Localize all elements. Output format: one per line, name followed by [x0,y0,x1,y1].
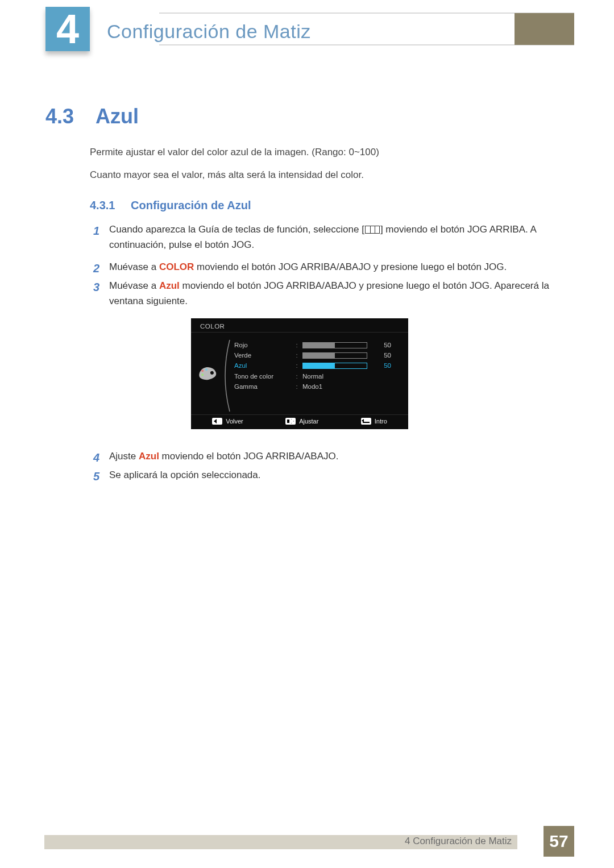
step-3-pre: Muévase a [109,280,159,291]
osd-footer-enter-label: Intro [375,418,387,425]
step-3: 3 Muévase a Azul moviendo el botón JOG A… [93,278,563,309]
osd-value-gamma: Modo1 [302,383,322,390]
colon: : [294,383,299,390]
adjust-key-icon [285,418,296,425]
step-1-text: Cuando aparezca la Guía de teclas de fun… [109,222,563,252]
osd-label-verde: Verde [234,352,291,359]
osd-value-rojo: 50 [375,342,391,348]
step-5-text: Se aplicará la opción seleccionada. [109,467,563,483]
osd-screenshot: COLOR Rojo : 50 Verde : 50 Azul : [191,318,408,429]
step-2-pre: Muévase a [109,261,159,272]
step-number: 3 [93,278,108,296]
osd-slider-rojo [302,342,367,348]
osd-menu-rows: Rojo : 50 Verde : 50 Azul : 50 Tono de c… [234,340,398,392]
osd-divider [191,414,408,415]
chapter-number-badge: 4 [45,7,90,51]
osd-label-gamma: Gamma [234,383,291,390]
step-4-text: Ajuste Azul moviendo el botón JOG ARRIBA… [109,448,563,464]
step-4: 4 Ajuste Azul moviendo el botón JOG ARRI… [93,448,563,464]
osd-slider-verde [302,352,367,359]
step-2-post: moviendo el botón JOG ARRIBA/ABAJO y pre… [194,261,507,272]
step-4-pre: Ajuste [109,451,139,462]
colon: : [294,373,299,380]
osd-label-azul: Azul [234,362,291,369]
chapter-number: 4 [56,9,79,49]
page-number-badge: 57 [544,826,574,857]
subsection-title: Configuración de Azul [131,199,251,212]
osd-arc-decoration [219,339,232,413]
osd-slider-azul [302,363,367,369]
colon: : [294,362,299,369]
osd-row-gamma: Gamma : Modo1 [234,381,398,392]
step-2-keyword: COLOR [159,261,194,272]
step-number: 5 [93,467,108,485]
osd-footer-back: Volver [212,418,243,425]
intro-paragraph-1: Permite ajustar el valor del color azul … [90,147,563,158]
step-4-post: moviendo el botón JOG ARRIBA/ABAJO. [159,451,339,462]
step-1: 1 Cuando aparezca la Guía de teclas de f… [93,222,563,252]
osd-row-verde: Verde : 50 [234,350,398,360]
step-number: 1 [93,222,108,240]
page-number: 57 [549,832,568,851]
step-2-text: Muévase a COLOR moviendo el botón JOG AR… [109,259,563,275]
step-1-pre: Cuando aparezca la Guía de teclas de fun… [109,224,364,235]
step-number: 2 [93,259,108,277]
osd-footer-adjust-label: Ajustar [299,418,318,425]
menu-icon [365,226,380,234]
chapter-title: Configuración de Matiz [107,20,311,43]
osd-label-tono: Tono de color [234,373,291,380]
osd-row-azul: Azul : 50 [234,360,398,371]
step-number: 4 [93,448,108,467]
document-page: 4 Configuración de Matiz 4.3 Azul Permit… [0,0,614,868]
osd-label-rojo: Rojo [234,342,291,348]
osd-row-tono: Tono de color : Normal [234,371,398,381]
intro-paragraph-2: Cuanto mayor sea el valor, más alta será… [90,169,563,181]
osd-divider [191,332,408,333]
step-3-text: Muévase a Azul moviendo el botón JOG ARR… [109,278,563,309]
osd-footer-back-label: Volver [226,418,243,425]
footer-chapter-label: 4 Configuración de Matiz [405,836,512,847]
step-2: 2 Muévase a COLOR moviendo el botón JOG … [93,259,563,275]
osd-value-tono: Normal [302,373,323,380]
step-3-keyword: Azul [159,280,180,291]
colon: : [294,352,299,359]
osd-footer-adjust: Ajustar [285,418,318,425]
colon: : [294,342,299,348]
enter-key-icon [361,418,371,425]
osd-title: COLOR [200,323,225,330]
back-key-icon [212,418,222,425]
section-number: 4.3 [45,105,74,128]
step-4-keyword: Azul [139,451,159,462]
section-title: Azul [96,105,139,128]
step-5: 5 Se aplicará la opción seleccionada. [93,467,563,483]
osd-footer-enter: Intro [361,418,387,425]
osd-footer: Volver Ajustar Intro [191,416,408,427]
subsection-number: 4.3.1 [90,199,115,212]
osd-row-rojo: Rojo : 50 [234,340,398,350]
osd-value-azul: 50 [375,362,391,369]
palette-icon [199,367,217,385]
header-accent-band [515,13,574,45]
osd-value-verde: 50 [375,352,391,359]
